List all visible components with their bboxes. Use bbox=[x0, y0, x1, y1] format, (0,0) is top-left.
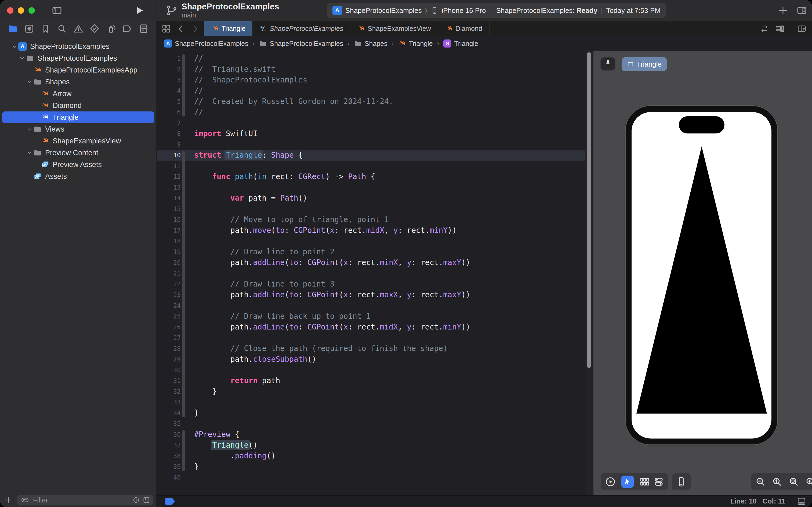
breakpoints-toggle-icon[interactable] bbox=[165, 497, 176, 505]
breadcrumb-item[interactable]: Shapes bbox=[354, 40, 388, 48]
code-line[interactable]: 32 } bbox=[157, 386, 585, 397]
disclosure-chevron-icon[interactable] bbox=[33, 161, 41, 168]
disclosure-chevron-icon[interactable] bbox=[33, 102, 41, 109]
disclosure-chevron-icon[interactable] bbox=[26, 125, 33, 133]
code-line[interactable]: 2// Triangle.swift bbox=[157, 64, 585, 75]
code-line[interactable]: 3// ShapeProtocolExamples bbox=[157, 75, 585, 86]
code-line[interactable]: 13 bbox=[157, 182, 585, 193]
tests-navigator-icon[interactable] bbox=[89, 23, 100, 34]
disclosure-chevron-icon[interactable] bbox=[26, 66, 33, 74]
code-line[interactable]: 40 bbox=[157, 472, 585, 483]
tab-triangle[interactable]: Triangle bbox=[205, 21, 252, 36]
filter-options-icon[interactable] bbox=[19, 496, 31, 504]
add-editor-split-icon[interactable] bbox=[797, 24, 807, 34]
find-navigator-icon[interactable] bbox=[57, 23, 67, 34]
zoom-in-icon[interactable] bbox=[805, 476, 812, 488]
sidebar-item-preview-content[interactable]: Preview Content bbox=[2, 147, 155, 159]
code-line[interactable]: 33 bbox=[157, 397, 585, 408]
disclosure-chevron-icon[interactable] bbox=[33, 137, 41, 145]
code-line[interactable]: 5// Created by Russell Gordon on 2024-11… bbox=[157, 96, 585, 107]
filter-field[interactable]: Filter bbox=[17, 495, 153, 505]
add-editor-tab-icon[interactable] bbox=[777, 5, 789, 16]
go-back-icon[interactable] bbox=[176, 24, 185, 34]
code-line[interactable]: 6// bbox=[157, 107, 585, 118]
destination-name[interactable]: iPhone 16 Pro bbox=[442, 6, 486, 15]
sidebar-item-diamond[interactable]: Diamond bbox=[2, 100, 155, 111]
toggle-inspector-icon[interactable] bbox=[797, 5, 807, 16]
play-preview-icon[interactable] bbox=[605, 476, 616, 488]
code-line[interactable]: 37 Triangle() bbox=[157, 440, 585, 451]
breadcrumb-item[interactable]: Triangle bbox=[398, 40, 432, 48]
disclosure-chevron-icon[interactable] bbox=[11, 43, 18, 50]
code-line[interactable]: 30 bbox=[157, 365, 585, 376]
code-line[interactable]: 12 func path(in rect: CGRect) -> Path { bbox=[157, 171, 585, 182]
sidebar-item-assets[interactable]: Assets bbox=[2, 171, 155, 182]
issues-navigator-icon[interactable] bbox=[73, 23, 84, 34]
source-control-filter-icon[interactable] bbox=[142, 496, 150, 504]
code-line[interactable]: 22 // Draw line to point 3 bbox=[157, 279, 585, 289]
code-line[interactable]: 34} bbox=[157, 408, 585, 418]
code-line[interactable]: 11 bbox=[157, 161, 585, 171]
source-editor[interactable]: 1//2// Triangle.swift3// ShapeProtocolEx… bbox=[157, 51, 585, 495]
sidebar-item-shapeprotocolexamples[interactable]: AShapeProtocolExamples bbox=[2, 41, 155, 52]
device-bezel-icon[interactable] bbox=[676, 476, 687, 488]
toggle-navigator-icon[interactable] bbox=[52, 5, 62, 16]
preview-target-chip[interactable]: Triangle bbox=[622, 57, 667, 71]
editor-appearance-icon[interactable] bbox=[797, 496, 807, 506]
disclosure-chevron-icon[interactable] bbox=[26, 149, 33, 157]
device-settings-icon[interactable] bbox=[653, 476, 664, 488]
code-line[interactable]: 8import SwiftUI bbox=[157, 128, 585, 139]
code-line[interactable]: 19 // Draw line to point 2 bbox=[157, 246, 585, 257]
breadcrumb-item[interactable]: ShapeProtocolExamples bbox=[259, 40, 343, 48]
go-forward-icon[interactable] bbox=[190, 24, 200, 34]
related-items-icon[interactable] bbox=[760, 24, 769, 34]
run-button[interactable] bbox=[134, 5, 145, 16]
sidebar-item-shapes[interactable]: Shapes bbox=[2, 76, 155, 88]
zoom-out-icon[interactable] bbox=[755, 476, 766, 488]
zoom-actual-size-icon[interactable] bbox=[771, 476, 783, 488]
bookmarks-icon[interactable] bbox=[40, 23, 51, 34]
code-line[interactable]: 21 bbox=[157, 268, 585, 279]
tab-diamond[interactable]: Diamond bbox=[438, 21, 489, 36]
code-line[interactable]: 25 // Draw line back up to point 1 bbox=[157, 311, 585, 322]
recent-files-clock-icon[interactable] bbox=[132, 496, 140, 504]
project-navigator-folder-icon[interactable] bbox=[7, 23, 18, 34]
source-control-changes-icon[interactable] bbox=[24, 23, 35, 34]
sidebar-item-triangle[interactable]: Triangle bbox=[2, 111, 155, 123]
breadcrumb-item[interactable]: STriangle bbox=[443, 40, 478, 48]
code-line[interactable]: 17 path.move(to: CGPoint(x: rect.midX, y… bbox=[157, 225, 585, 236]
code-line[interactable]: 14 var path = Path() bbox=[157, 193, 585, 204]
code-line[interactable]: 16 // Move to top of triangle, point 1 bbox=[157, 214, 585, 225]
sidebar-item-shapeprotocolexamplesapp[interactable]: ShapeProtocolExamplesApp bbox=[2, 64, 155, 76]
code-line[interactable]: 10struct Triangle: Shape { bbox=[157, 150, 585, 161]
variants-mode-icon[interactable] bbox=[639, 476, 650, 488]
tab-shapeprotocolexamples[interactable]: ShapeProtocolExamples bbox=[252, 21, 350, 36]
minimize-window-button[interactable] bbox=[18, 7, 24, 14]
debug-navigator-icon[interactable] bbox=[106, 23, 116, 34]
code-line[interactable]: 7 bbox=[157, 118, 585, 128]
sidebar-item-arrow[interactable]: Arrow bbox=[2, 88, 155, 100]
tab-overview-icon[interactable] bbox=[161, 24, 171, 34]
sidebar-item-shapeexamplesview[interactable]: ShapeExamplesView bbox=[2, 135, 155, 147]
code-line[interactable]: 23 path.addLine(to: CGPoint(x: rect.maxX… bbox=[157, 289, 585, 300]
code-line[interactable]: 39} bbox=[157, 461, 585, 472]
sidebar-item-views[interactable]: Views bbox=[2, 123, 155, 135]
reports-navigator-icon[interactable] bbox=[138, 23, 149, 34]
fold-ribbon-segment[interactable] bbox=[182, 430, 185, 471]
zoom-window-button[interactable] bbox=[28, 7, 35, 14]
code-line[interactable]: 15 bbox=[157, 204, 585, 214]
breakpoints-navigator-icon[interactable] bbox=[122, 23, 133, 34]
iphone-screen[interactable] bbox=[632, 112, 771, 439]
disclosure-chevron-icon[interactable] bbox=[33, 90, 41, 98]
code-line[interactable]: 18 bbox=[157, 236, 585, 246]
code-line[interactable]: 9 bbox=[157, 139, 585, 150]
tab-shapeexamplesview[interactable]: ShapeExamplesView bbox=[350, 21, 438, 36]
editor-scrollbar-thumb[interactable] bbox=[587, 52, 591, 368]
zoom-fit-icon[interactable] bbox=[788, 476, 799, 488]
code-line[interactable]: 28 // Close the path (required to finish… bbox=[157, 343, 585, 354]
pin-preview-button[interactable] bbox=[600, 57, 616, 71]
disclosure-chevron-icon[interactable] bbox=[26, 173, 33, 180]
scheme-selector[interactable]: A ShapeProtocolExamples 〉 iPhone 16 Pro bbox=[333, 6, 486, 15]
fold-ribbon-segment[interactable] bbox=[182, 151, 185, 417]
breadcrumb-item[interactable]: AShapeProtocolExamples bbox=[164, 40, 248, 48]
